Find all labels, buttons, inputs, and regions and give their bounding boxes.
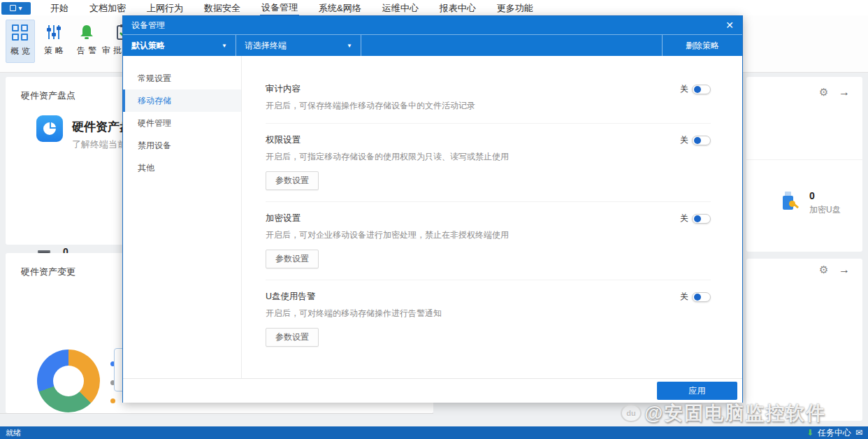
encryption-settings-toggle[interactable]: 关 <box>680 213 711 224</box>
toggle-switch-off[interactable] <box>692 136 711 145</box>
parameter-settings-button[interactable]: 参数设置 <box>266 171 319 190</box>
arrow-right-icon[interactable]: → <box>839 87 850 98</box>
ribbon-button-overview[interactable]: 概览 <box>6 20 35 63</box>
menubar: ▾ 开始 文档加密 上网行为 数据安全 设备管理 系统&网络 运维中心 报表中心… <box>0 0 868 15</box>
gear-icon[interactable]: ⚙ <box>819 264 828 275</box>
dialog-toolbar: 默认策略 ▼ 请选择终端 ▼ 删除策略 <box>123 34 742 56</box>
menu-item-data-security[interactable]: 数据安全 <box>203 1 242 15</box>
menu-item-start[interactable]: 开始 <box>49 1 70 15</box>
section-title: 审计内容 <box>266 83 301 95</box>
app-logo-button[interactable]: ▾ <box>1 2 31 15</box>
section-usb-usage-alert: U盘使用告警 关 开启后，可对终端的移动存储操作进行告警通知 参数设置 <box>266 280 711 358</box>
toggle-switch-off[interactable] <box>692 292 711 302</box>
app-logo-icon <box>10 5 16 11</box>
section-title: 权限设置 <box>266 134 301 146</box>
watermark-paw-icon: du <box>621 404 642 422</box>
encrypted-usb-icon <box>783 192 797 210</box>
section-description: 开启后，可对企业移动设备进行加密处理，禁止在非授权终端使用 <box>266 229 711 241</box>
section-title: U盘使用告警 <box>266 291 316 303</box>
settings-panel: 审计内容 关 开启后，可保存终端操作移动存储设备中的文件活动记录 权限设置 关 <box>242 56 742 378</box>
section-description: 开启后，可指定移动存储设备的使用权限为只读、读写或禁止使用 <box>266 151 711 163</box>
delete-policy-button[interactable]: 删除策略 <box>663 35 742 56</box>
card-encrypted-usb: ⚙ → 0 加密U盘 <box>746 77 862 252</box>
menu-item-doc-encryption[interactable]: 文档加密 <box>88 1 127 15</box>
status-text: 就绪 <box>6 428 21 438</box>
section-title: 加密设置 <box>266 213 301 224</box>
ribbon-button-policy[interactable]: 策略 <box>39 20 68 63</box>
menu-item-device-management[interactable]: 设备管理 <box>260 0 299 16</box>
terminal-dropdown[interactable]: 请选择终端 ▼ <box>236 35 361 56</box>
card-title: 硬件资产变更 <box>21 266 75 278</box>
policy-sliders-icon <box>45 24 62 41</box>
audit-content-toggle[interactable]: 关 <box>680 83 711 95</box>
dialog-sidebar: 常规设置 移动存储 硬件管理 禁用设备 其他 <box>123 56 242 378</box>
task-center-button[interactable]: 任务中心 <box>818 427 851 439</box>
apply-button[interactable]: 应用 <box>657 382 737 400</box>
gear-icon[interactable]: ⚙ <box>819 87 828 97</box>
encrypted-usb-stat: 0 加密U盘 <box>809 190 841 216</box>
sidebar-item-other[interactable]: 其他 <box>123 157 241 179</box>
logo-caret-icon: ▾ <box>18 4 22 12</box>
menu-item-report-center[interactable]: 报表中心 <box>438 1 477 15</box>
section-description: 开启后，可保存终端操作移动存储设备中的文件活动记录 <box>266 100 711 112</box>
dialog-title: 设备管理 <box>131 20 165 31</box>
toggle-switch-off[interactable] <box>692 214 711 224</box>
toggle-switch-off[interactable] <box>692 85 711 94</box>
chevron-down-icon: ▼ <box>222 43 227 49</box>
close-icon[interactable]: ✕ <box>725 20 734 31</box>
card-bottom-divider <box>0 413 433 414</box>
usb-usage-alert-toggle[interactable]: 关 <box>680 291 711 303</box>
divider <box>746 159 862 160</box>
mail-icon[interactable]: ✉ <box>855 428 862 438</box>
menu-item-system-network[interactable]: 系统&网络 <box>317 1 363 15</box>
pie-chart-app-icon <box>36 115 63 142</box>
statusbar: 就绪 ⬇ 任务中心 ✉ <box>0 426 868 439</box>
arrow-right-icon[interactable]: → <box>839 264 850 275</box>
overview-grid-icon <box>12 24 29 41</box>
dialog-footer: 应用 <box>123 378 742 403</box>
alert-bell-icon <box>78 24 95 41</box>
card-title: 硬件资产盘点 <box>21 89 75 102</box>
card-right-bottom: ⚙ → <box>746 259 862 421</box>
dialog-titlebar[interactable]: 设备管理 ✕ <box>123 16 742 34</box>
toolbar-spacer <box>361 35 663 56</box>
chevron-down-icon: ▼ <box>347 43 352 49</box>
ribbon-button-alerts[interactable]: 告警 <box>72 20 101 63</box>
menu-item-ops-center[interactable]: 运维中心 <box>381 1 420 15</box>
download-icon[interactable]: ⬇ <box>806 428 813 438</box>
parameter-settings-button[interactable]: 参数设置 <box>266 250 319 268</box>
section-permission-settings: 权限设置 关 开启后，可指定移动存储设备的使用权限为只读、读写或禁止使用 参数设… <box>266 124 711 202</box>
section-encryption-settings: 加密设置 关 开启后，可对企业移动设备进行加密处理，禁止在非授权终端使用 参数设… <box>266 202 711 280</box>
policy-dropdown[interactable]: 默认策略 ▼ <box>123 35 236 56</box>
sidebar-item-disabled-devices[interactable]: 禁用设备 <box>123 134 241 157</box>
legend-dot-orange <box>110 398 115 403</box>
sidebar-item-hardware-management[interactable]: 硬件管理 <box>123 112 241 134</box>
hardware-change-donut-chart <box>37 350 100 412</box>
sidebar-item-general-settings[interactable]: 常规设置 <box>123 67 241 89</box>
device-management-dialog: 设备管理 ✕ 默认策略 ▼ 请选择终端 ▼ 删除策略 常规设置 移动存储 硬件管… <box>122 15 743 403</box>
menu-item-web-behavior[interactable]: 上网行为 <box>145 1 185 15</box>
sidebar-item-mobile-storage[interactable]: 移动存储 <box>123 89 241 112</box>
section-audit-content: 审计内容 关 开启后，可保存终端操作移动存储设备中的文件活动记录 <box>266 73 711 124</box>
permission-settings-toggle[interactable]: 关 <box>680 134 711 146</box>
menu-item-more-features[interactable]: 更多功能 <box>496 1 535 15</box>
section-description: 开启后，可对终端的移动存储操作进行告警通知 <box>266 308 711 319</box>
parameter-settings-button[interactable]: 参数设置 <box>266 328 319 347</box>
app-window: ▾ 开始 文档加密 上网行为 数据安全 设备管理 系统&网络 运维中心 报表中心… <box>0 0 868 439</box>
